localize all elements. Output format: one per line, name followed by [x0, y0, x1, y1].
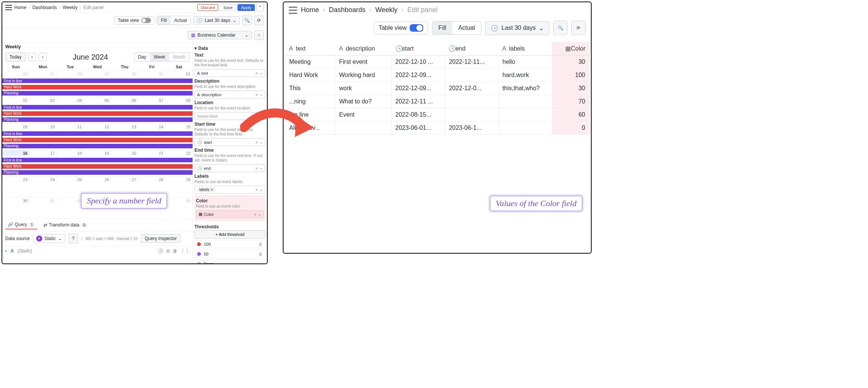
day-cell[interactable]: 27	[111, 177, 138, 183]
actual-button[interactable]: Actual	[171, 16, 191, 25]
day-cell[interactable]: 13	[111, 124, 138, 130]
trash-icon[interactable]: 🗑	[173, 248, 177, 254]
save-button[interactable]: Save	[220, 4, 236, 11]
next-button[interactable]: ›	[39, 53, 47, 61]
threshold-row[interactable]: 50 🗑	[194, 250, 265, 258]
transform-tab[interactable]: ⇄ Transform data 0	[41, 221, 89, 229]
event-first-in-line[interactable]: First in line	[2, 105, 193, 109]
day-cell[interactable]: 30	[2, 198, 29, 204]
threshold-color-dot[interactable]	[197, 242, 201, 246]
query-inspector-button[interactable]: Query inspector	[141, 234, 181, 243]
day-cell[interactable]: 01	[29, 198, 57, 204]
refresh-button[interactable]: ⟳	[571, 21, 586, 35]
threshold-color-dot[interactable]	[197, 262, 201, 263]
duplicate-icon[interactable]: ⧉	[167, 248, 170, 254]
day-cell[interactable]: 05	[84, 97, 111, 103]
switch-on-icon[interactable]	[410, 24, 423, 32]
zoom-out-button[interactable]: 🔍	[242, 15, 252, 25]
day-cell[interactable]: 02	[57, 198, 84, 204]
day-cell[interactable]: 23	[2, 177, 29, 183]
chip-close-icon[interactable]: ×	[211, 188, 213, 192]
day-view-button[interactable]: Day	[134, 53, 150, 61]
labels-field-select[interactable]: labels× ×⌄	[194, 186, 265, 194]
crumb-weekly[interactable]: Weekly	[63, 5, 77, 10]
visualization-picker[interactable]: ▦ Business Calendar ⌄	[188, 31, 252, 39]
threshold-row[interactable]: 100 🗑	[194, 240, 265, 248]
event-first-in-line[interactable]: First in line	[2, 158, 193, 162]
text-field-select[interactable]: Atext ×⌄	[194, 69, 265, 77]
refresh-button[interactable]: ⟳	[254, 15, 264, 25]
crumb-dashboards[interactable]: Dashboards	[329, 6, 365, 14]
day-cell[interactable]: 27	[29, 71, 57, 77]
day-cell[interactable]: 22	[165, 150, 193, 156]
table-row[interactable]: Hard Work Working hard 2022-12-09... har…	[285, 69, 589, 82]
crumb-home[interactable]: Home	[301, 6, 319, 14]
chevron-right-icon[interactable]: ›	[81, 236, 83, 241]
zoom-out-button[interactable]: 🔍	[553, 21, 567, 35]
day-cell[interactable]: 07	[138, 97, 165, 103]
drag-icon[interactable]: ⋮⋮	[180, 248, 190, 254]
query-row[interactable]: › A (Static) 🕓 ⧉ 🗑 ⋮⋮	[2, 246, 193, 256]
switch-off-icon[interactable]	[141, 18, 151, 23]
event-hard-work[interactable]: Hard Work	[2, 85, 193, 89]
day-cell[interactable]: 14	[138, 124, 165, 130]
clear-icon[interactable]: ×	[256, 92, 258, 97]
month-view-button[interactable]: Month	[169, 53, 189, 61]
actual-button[interactable]: Actual	[452, 22, 481, 34]
day-cell[interactable]: 24	[29, 177, 57, 183]
collapse-toolbar-button[interactable]: ⌃	[256, 4, 264, 11]
day-cell[interactable]: 26	[84, 177, 111, 183]
day-cell[interactable]: 25	[57, 177, 84, 183]
col-color[interactable]: ▦Color	[552, 42, 589, 55]
table-row[interactable]: This work 2022-12-09... 2022-12-0... thi…	[285, 82, 589, 95]
trash-icon[interactable]: 🗑	[259, 242, 263, 246]
day-cell[interactable]: 19	[84, 150, 111, 156]
table-row[interactable]: ...ning What to do? 2022-12-11 ... 70	[285, 95, 589, 108]
day-cell[interactable]: 21	[138, 150, 165, 156]
day-cell[interactable]: 11	[57, 124, 84, 130]
today-button[interactable]: Today	[5, 52, 26, 62]
day-cell[interactable]: 20	[111, 150, 138, 156]
data-section-header[interactable]: ▾Data	[194, 46, 265, 51]
crumb-dashboards[interactable]: Dashboards	[32, 5, 57, 10]
crumb-home[interactable]: Home	[14, 5, 26, 10]
datasource-select[interactable]: ⚡ Static ⌄	[33, 234, 65, 243]
clear-icon[interactable]: ×	[256, 71, 258, 75]
clock-icon[interactable]: 🕓	[158, 248, 163, 254]
discard-button[interactable]: Discard	[197, 4, 218, 11]
prev-button[interactable]: ‹	[28, 53, 36, 61]
fill-button[interactable]: Fill	[432, 22, 452, 34]
table-view-toggle[interactable]: Table view	[114, 16, 154, 25]
week-view-button[interactable]: Week	[150, 53, 169, 61]
trash-icon[interactable]: 🗑	[259, 252, 263, 256]
clear-icon[interactable]: ×	[256, 188, 258, 192]
event-hard-work[interactable]: Hard Work	[2, 138, 193, 142]
day-cell[interactable]: 31	[138, 71, 165, 77]
clear-icon[interactable]: ×	[256, 166, 258, 171]
crumb-weekly[interactable]: Weekly	[375, 6, 398, 14]
day-cell[interactable]: 09	[2, 124, 29, 130]
event-planning[interactable]: Planning	[2, 91, 193, 95]
day-cell[interactable]: 02	[2, 97, 29, 103]
col-labels[interactable]: Alabels	[498, 42, 552, 55]
col-text[interactable]: Atext	[285, 42, 335, 55]
table-row[interactable]: Meeting First event 2022-12-10 ... 2022-…	[285, 55, 589, 69]
fill-actual-toggle[interactable]: Fill Actual	[432, 21, 481, 35]
col-end[interactable]: 🕓end	[445, 42, 498, 55]
day-cell[interactable]: 04	[57, 97, 84, 103]
event-hard-work[interactable]: Hard Work	[2, 111, 193, 116]
day-cell[interactable]: 28	[57, 71, 84, 77]
day-cell[interactable]: 06	[165, 198, 193, 204]
hamburger-icon[interactable]	[5, 5, 12, 10]
event-planning[interactable]: Planning	[2, 170, 193, 175]
event-first-in-line[interactable]: First in line	[2, 131, 193, 136]
day-cell[interactable]: 28	[138, 177, 165, 183]
event-hard-work[interactable]: Hard Work	[2, 164, 193, 169]
table-view-toggle[interactable]: Table view	[374, 22, 429, 34]
event-planning[interactable]: Planning	[2, 144, 193, 148]
day-cell[interactable]: 29	[84, 71, 111, 77]
col-start[interactable]: 🕓start	[392, 42, 445, 55]
time-range-picker[interactable]: 🕓 Last 30 days ⌄	[193, 16, 240, 25]
day-cell-today[interactable]: 16	[2, 150, 29, 156]
query-tab[interactable]: 🔗 Query 1	[5, 220, 37, 229]
